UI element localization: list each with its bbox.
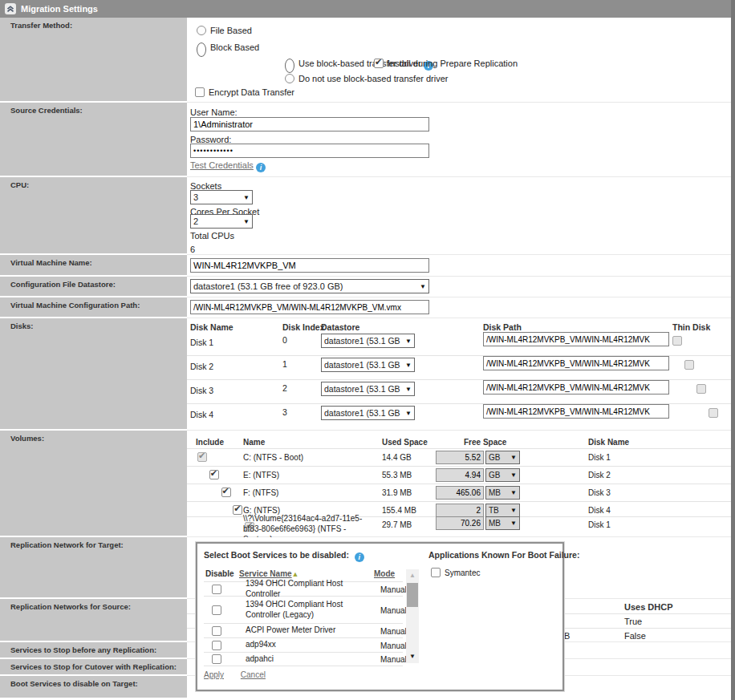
vm-name-label: Virtual Machine Name: — [0, 255, 187, 277]
thin-disk-checkbox[interactable] — [709, 408, 718, 418]
test-credentials-link[interactable]: Test Credentials — [190, 160, 254, 170]
total-cpus-label: Total CPUs — [190, 231, 234, 241]
scroll-up-icon[interactable]: ▲ — [406, 569, 419, 582]
volumes-header-free: Free Space — [464, 438, 506, 447]
block-based-radio[interactable] — [197, 42, 206, 57]
file-based-label[interactable]: File Based — [210, 26, 252, 35]
disk-datastore-select[interactable]: datastore1 (53.1 GB free of 923.0 GB)▼ — [321, 406, 415, 420]
user-name-input[interactable] — [190, 117, 429, 132]
disk-index: 1 — [282, 359, 287, 369]
volume-used: 31.9 MB — [382, 488, 412, 497]
disk-name: Disk 4 — [190, 410, 213, 419]
disk-index: 2 — [282, 383, 287, 393]
chevron-down-icon: ▼ — [420, 283, 426, 290]
disk-datastore-select[interactable]: datastore1 (53.1 GB free of 923.0 GB)▼ — [321, 382, 415, 396]
thin-disk-checkbox[interactable] — [684, 360, 694, 370]
truncated-text-fragment: B — [564, 631, 570, 641]
disks-header-name: Disk Name — [190, 322, 233, 332]
service-mode: Manual — [380, 585, 407, 593]
free-space-input[interactable] — [436, 468, 484, 482]
popup-info-icon[interactable]: i — [355, 552, 364, 562]
disable-service-checkbox[interactable] — [212, 585, 221, 594]
free-space-unit-select[interactable]: GB▼ — [485, 451, 520, 464]
test-credentials-info-icon[interactable]: i — [256, 163, 266, 172]
disable-service-checkbox[interactable] — [212, 605, 221, 615]
free-space-input[interactable] — [436, 516, 484, 530]
disk-datastore-select[interactable]: datastore1 (53.1 GB free of 923.0 GB)▼ — [321, 358, 415, 372]
vm-name-input[interactable] — [190, 258, 429, 273]
install-prepare-label[interactable]: Install during Prepare Replication — [388, 59, 518, 68]
password-input[interactable] — [190, 144, 429, 158]
scrollbar-thumb[interactable] — [407, 583, 418, 607]
install-prepare-checkbox[interactable] — [374, 59, 384, 68]
sort-ascending-icon: ▲ — [292, 570, 299, 578]
total-cpus-value: 6 — [190, 245, 195, 254]
symantec-label[interactable]: Symantec — [445, 568, 480, 577]
include-checkbox[interactable] — [209, 470, 219, 479]
no-driver-label[interactable]: Do not use block-based transfer driver — [298, 74, 448, 83]
cpu-label: CPU: — [0, 177, 187, 255]
thin-disk-checkbox[interactable] — [672, 336, 682, 346]
no-driver-radio[interactable] — [285, 74, 294, 83]
volume-disk: Disk 2 — [588, 471, 611, 479]
use-driver-radio[interactable] — [285, 59, 294, 73]
apply-link[interactable]: Apply — [204, 670, 224, 679]
disable-service-checkbox[interactable] — [212, 641, 221, 650]
free-space-input[interactable] — [436, 486, 484, 500]
transfer-method-label: Transfer Method: — [0, 18, 187, 103]
chevron-down-icon: ▼ — [510, 507, 517, 514]
service-row: ACPI Power Meter Driver Manual — [204, 624, 403, 638]
free-space-input[interactable] — [436, 451, 484, 464]
service-name-column-header[interactable]: Service Name — [239, 569, 292, 578]
mode-column-header[interactable]: Mode — [374, 569, 395, 578]
include-checkbox[interactable] — [221, 488, 231, 497]
uses-dhcp-value: False — [624, 631, 646, 641]
sockets-select[interactable]: 3▼ — [190, 190, 253, 204]
config-datastore-label: Configuration File Datastore: — [0, 277, 187, 297]
service-name: adp94xx — [246, 640, 377, 650]
cancel-link[interactable]: Cancel — [241, 670, 266, 679]
service-list-scrollbar[interactable]: ▲ ▼ — [406, 569, 419, 663]
disable-service-checkbox[interactable] — [212, 626, 221, 636]
volume-name: F: (NTFS) — [243, 488, 278, 497]
include-checkbox[interactable] — [197, 452, 207, 462]
block-based-label[interactable]: Block Based — [210, 42, 259, 52]
volume-used: 14.4 GB — [382, 453, 412, 462]
free-space-unit-select[interactable]: GB▼ — [485, 468, 520, 482]
source-credentials-row: Source Credentials: User Name: Password:… — [0, 103, 731, 177]
volume-disk: Disk 1 — [588, 520, 611, 529]
disk-path-input[interactable] — [483, 380, 669, 395]
popup-title: Select Boot Services to be disabled: — [204, 550, 349, 560]
disk-datastore-select[interactable]: datastore1 (53.1 GB free of 923.0 GB)▼ — [321, 334, 415, 348]
disk-path-input[interactable] — [483, 356, 669, 370]
encrypt-label[interactable]: Encrypt Data Transfer — [209, 87, 294, 97]
uses-dhcp-header: Uses DHCP — [624, 602, 673, 612]
encrypt-checkbox[interactable] — [195, 87, 205, 97]
cores-select[interactable]: 2▼ — [190, 214, 253, 229]
disks-header-datastore: Datastore — [321, 322, 359, 332]
disk-name: Disk 3 — [190, 386, 213, 395]
collapse-icon[interactable] — [5, 3, 16, 14]
disk-path-input[interactable] — [483, 404, 669, 419]
repl-target-label: Replication Network for Target: — [0, 537, 187, 599]
file-based-radio[interactable] — [197, 26, 206, 35]
thin-disk-checkbox[interactable] — [696, 384, 706, 394]
config-datastore-select[interactable]: datastore1 (53.1 GB free of 923.0 GB)▼ — [190, 279, 429, 293]
free-space-unit-select[interactable]: MB▼ — [485, 516, 520, 530]
volumes-row: Volumes: Include Name Used Space Free Sp… — [0, 431, 731, 537]
symantec-checkbox[interactable] — [431, 568, 441, 577]
disk-path-input[interactable] — [483, 332, 669, 346]
vm-config-path-input[interactable] — [190, 300, 429, 314]
service-mode: Manual — [380, 605, 407, 614]
free-space-unit-select[interactable]: TB▼ — [485, 504, 520, 517]
service-mode: Manual — [380, 641, 407, 649]
chevron-down-icon: ▼ — [243, 218, 250, 225]
scroll-down-icon[interactable]: ▼ — [406, 650, 419, 663]
volume-disk: Disk 3 — [588, 488, 611, 497]
include-checkbox[interactable] — [233, 505, 242, 515]
disk-name: Disk 1 — [190, 338, 213, 347]
volume-used: 29.7 MB — [382, 520, 412, 529]
disable-service-checkbox[interactable] — [212, 654, 221, 664]
free-space-input[interactable] — [436, 504, 484, 517]
free-space-unit-select[interactable]: MB▼ — [485, 486, 520, 500]
